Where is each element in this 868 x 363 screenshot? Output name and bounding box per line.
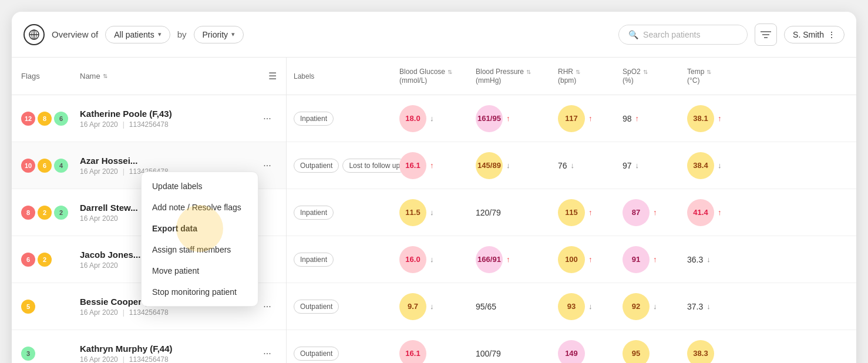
- all-patients-dropdown[interactable]: All patients ▾: [105, 26, 170, 43]
- menu-item[interactable]: Move patient: [142, 260, 258, 281]
- menu-item[interactable]: Assign staff members: [142, 239, 258, 260]
- trend-icon: ↓: [430, 255, 434, 264]
- rhr-cell: 76↓: [551, 161, 615, 170]
- spo2-cell: 91↑: [615, 246, 680, 273]
- labels-cell: Outpatient: [287, 300, 392, 314]
- row-actions-button[interactable]: ···: [258, 297, 277, 316]
- temp-cell: 37.3↓: [680, 302, 751, 311]
- sort-icon: ⇅: [706, 69, 711, 75]
- col-temp-header: Temp⇅ (°C): [680, 68, 751, 85]
- chevron-down-icon: ▾: [158, 31, 162, 38]
- trend-icon: ↑: [718, 208, 722, 217]
- value-bubble: 117: [558, 105, 585, 132]
- value-bubble: 161/95: [476, 105, 503, 132]
- value-bubble: 18.0: [399, 105, 426, 132]
- value-bubble: 16.1: [399, 340, 426, 364]
- sort-icon: ⇅: [576, 69, 580, 75]
- labels-cell: Inpatient: [287, 206, 392, 220]
- trend-icon: ↑: [588, 255, 593, 264]
- more-icon: ⋮: [827, 30, 836, 39]
- data-row: Outpatient 9.7↓ 95/65 93↓ 92↓ 37.3↓: [287, 283, 856, 330]
- rhr-cell: 115↑: [551, 199, 615, 226]
- chevron-down-icon: ▾: [231, 31, 235, 38]
- col-bg-header: Blood Glucose⇅ (mmol/L): [392, 68, 469, 85]
- flag-badge: 6: [21, 253, 35, 267]
- bg-cell: 16.1: [392, 340, 469, 364]
- filter-button[interactable]: [755, 23, 777, 46]
- flag-badge: 3: [21, 347, 35, 361]
- user-menu-button[interactable]: S. Smith ⋮: [784, 26, 845, 43]
- trend-icon: ↓: [506, 161, 510, 170]
- value-bubble: 95: [623, 340, 650, 364]
- temp-cell: 41.4↑: [680, 199, 751, 226]
- patient-row[interactable]: 3 Kathryn Murphy (F,44) 16 Apr 2020 |113…: [12, 330, 286, 363]
- trend-icon: ↓: [430, 114, 434, 123]
- flag-badge: 2: [54, 206, 68, 220]
- menu-item[interactable]: Add note / Resolve flags: [142, 197, 258, 218]
- value-plain: 97: [623, 161, 632, 170]
- patient-name: Katherine Poole (F,43): [80, 109, 258, 119]
- menu-item-export[interactable]: Export data: [142, 218, 258, 239]
- trend-icon: ↑: [506, 255, 510, 264]
- row-actions-button[interactable]: ···: [258, 344, 277, 363]
- col-flags-header: Flags: [21, 72, 80, 80]
- trend-icon: ↑: [653, 255, 657, 264]
- patient-info: Kathryn Murphy (F,44) 16 Apr 2020 |11342…: [80, 344, 258, 364]
- menu-item-wrapper: Export data: [142, 218, 258, 239]
- patient-meta: 16 Apr 2020 |1134256478: [80, 308, 258, 317]
- label-tag: Outpatient: [294, 300, 339, 314]
- row-actions-button[interactable]: ···: [258, 109, 277, 128]
- spo2-cell: 97↓: [615, 161, 680, 170]
- value-plain: 36.3: [687, 255, 703, 264]
- app-container: Overview of All patients ▾ by Priority ▾…: [12, 12, 856, 363]
- data-row: Inpatient 18.0↓ 161/95↑ 117↑ 98↑ 38.1↑: [287, 95, 856, 142]
- col-name-header: Name ⇅: [80, 72, 268, 80]
- value-bubble: 145/89: [476, 152, 503, 179]
- patient-name: Kathryn Murphy (F,44): [80, 344, 258, 354]
- flags-cell: 3: [21, 347, 80, 361]
- value-plain: 95/65: [476, 302, 496, 311]
- flags-cell: 1286: [21, 112, 80, 126]
- patient-info: Katherine Poole (F,43) 16 Apr 2020 |1134…: [80, 109, 258, 129]
- trend-icon: ↑: [718, 114, 722, 123]
- patient-row[interactable]: 1286 Katherine Poole (F,43) 16 Apr 2020 …: [12, 95, 286, 142]
- sort-icon: ⇅: [643, 69, 648, 75]
- menu-item[interactable]: Stop monitoring patient: [142, 281, 258, 302]
- trend-icon: ↓: [653, 302, 657, 311]
- by-label: by: [177, 29, 187, 39]
- column-menu-icon[interactable]: ☰: [268, 70, 277, 82]
- priority-dropdown[interactable]: Priority ▾: [194, 26, 244, 43]
- bg-cell: 9.7↓: [392, 293, 469, 320]
- flags-cell: 62: [21, 253, 80, 267]
- logo-icon: [23, 24, 45, 45]
- flag-badge: 5: [21, 300, 35, 314]
- trend-icon: ↓: [571, 161, 575, 170]
- rhr-cell: 93↓: [551, 293, 615, 320]
- label-tag: Outpatient: [294, 347, 339, 361]
- data-row: Outpatient 16.1 100/79 149 95 38.3: [287, 330, 856, 363]
- temp-cell: 38.3: [680, 340, 751, 364]
- data-row: OutpatientLost to follow up 16.1↑ 145/89…: [287, 142, 856, 189]
- left-panel: Flags Name ⇅ ☰ 1286 Katherine Poole (F,4…: [12, 58, 287, 363]
- patient-row[interactable]: 1064 Azar Hossei... 16 Apr 2020 |1134256…: [12, 142, 286, 189]
- row-actions-button[interactable]: ···: [258, 156, 277, 175]
- menu-item[interactable]: Update labels: [142, 176, 258, 197]
- label-tag: Inpatient: [294, 206, 334, 220]
- trend-icon: ↓: [588, 302, 593, 311]
- search-bar[interactable]: 🔍 Search patients: [618, 25, 748, 45]
- search-placeholder: Search patients: [643, 30, 700, 39]
- flag-badge: 2: [38, 253, 52, 267]
- bg-cell: 11.5↓: [392, 199, 469, 226]
- value-bubble: 16.0: [399, 246, 426, 273]
- flags-cell: 5: [21, 300, 80, 314]
- flag-badge: 8: [21, 206, 35, 220]
- value-bubble: 41.4: [687, 199, 714, 226]
- trend-icon: ↓: [430, 302, 434, 311]
- labels-cell: Outpatient: [287, 347, 392, 361]
- flag-badge: 10: [21, 159, 35, 173]
- value-plain: 37.3: [687, 302, 703, 311]
- label-tag: Inpatient: [294, 112, 334, 126]
- value-bubble: 16.1: [399, 152, 426, 179]
- spo2-cell: 95: [615, 340, 680, 364]
- bp-cell: 95/65: [469, 302, 551, 311]
